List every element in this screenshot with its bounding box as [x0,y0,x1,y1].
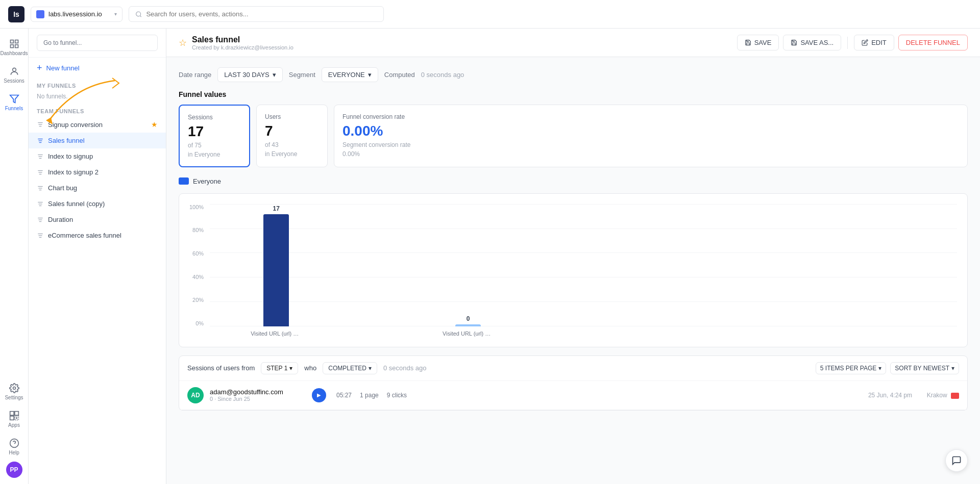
sessions-of-label: Sessions of users from [187,364,255,372]
user-avatar[interactable]: PP [6,462,22,478]
nav-item-funnels[interactable]: Funnels [2,90,27,115]
sessions-of: of 75 [188,142,241,149]
sidebar-item-index-to-signup[interactable]: Index to signup [29,148,166,164]
topbar: Is labs.livesession.io ▾ [0,0,980,29]
funnel-bar-icon5 [37,200,44,208]
segment-select[interactable]: EVERYONE ▾ [322,67,378,82]
save-as-button[interactable]: SAVE AS... [783,35,841,50]
users-in: in Everyone [265,150,319,158]
workspace-selector[interactable]: labs.livesession.io ▾ [31,7,122,22]
no-funnels-text: No funnels. [29,91,166,104]
bar-2 [455,324,481,326]
edit-icon [862,39,868,46]
funnel-bar-icon6 [37,216,44,223]
step-select[interactable]: STEP 1 ▾ [261,362,298,374]
save-as-label: SAVE AS... [800,39,834,46]
search-input[interactable] [146,10,377,18]
location-text: Krakow [927,392,947,399]
session-duration: 05:27 [336,392,352,399]
chevron-down-icon: ▾ [273,71,276,79]
who-label: who [304,364,316,372]
svg-rect-1 [10,40,13,43]
chevron-down-icon3: ▾ [289,365,292,372]
star-icon: ★ [151,120,158,129]
nav-label-settings: Settings [5,395,23,400]
x-label-1: Visited URL (url) has substri... [251,330,302,337]
save-button[interactable]: SAVE [737,35,779,50]
sidebar-item-signup-conversion[interactable]: Signup conversion ★ [29,116,166,133]
sessions-label: Sessions [188,114,241,121]
x-label-spacer [494,330,916,337]
funnel-body: Date range LAST 30 DAYS ▾ Segment EVERYO… [166,57,980,421]
sort-select[interactable]: SORT BY NEWEST ▾ [890,362,959,374]
new-funnel-label: New funnel [46,64,80,72]
sidebar-item-label-active: Sales funnel [48,137,85,144]
chevron-down-icon: ▾ [114,11,117,17]
chart-bars-wrapper: 17 0 [210,204,957,326]
apps-icon [9,411,19,421]
sidebar-item-label: Signup conversion [48,121,103,129]
legend-dot [179,177,189,185]
date-range-select[interactable]: LAST 30 DAYS ▾ [217,67,282,82]
team-funnels-label: TEAM FUNNELS [29,104,166,116]
logo-button[interactable]: Is [8,6,24,22]
plus-icon: + [37,63,42,73]
legend-label: Everyone [193,177,221,185]
edit-button[interactable]: EDIT [854,35,894,50]
svg-point-5 [12,68,16,71]
segment-value: EVERYONE [328,71,365,79]
segment-label: Segment [289,71,315,79]
funnel-bar-icon-active [37,137,44,144]
completed-select[interactable]: COMPLETED ▾ [323,362,377,374]
conversion-label: Funnel conversion rate [342,113,959,120]
funnel-title-group: ☆ Sales funnel Created by k.drazkiewicz@… [179,35,293,50]
per-page-select[interactable]: 5 ITEMS PER PAGE ▾ [816,362,886,374]
sidebar-item-label: Duration [48,216,73,223]
sidebar-item-duration[interactable]: Duration [29,212,166,227]
filter-row: Date range LAST 30 DAYS ▾ Segment EVERYO… [179,67,968,82]
svg-point-11 [16,418,17,419]
segment-conversion-label: Segment conversion rate [342,141,959,148]
sidebar-item-sales-funnel[interactable]: Sales funnel [29,133,166,148]
svg-rect-4 [15,45,18,48]
conversion-card: Funnel conversion rate 0.00% Segment con… [334,105,968,167]
chat-bubble-button[interactable] [945,449,968,472]
bar-1 [263,214,289,326]
funnel-title-info: Sales funnel Created by k.drazkiewicz@li… [192,35,293,50]
chart-x-labels: Visited URL (url) has substri... Visited… [210,326,957,337]
edit-label: EDIT [871,39,887,46]
bar-group-2: 0 [443,315,494,326]
sidebar-item-sales-funnel-copy[interactable]: Sales funnel (copy) [29,196,166,212]
chevron-down-icon6: ▾ [951,365,954,372]
session-location: Krakow [918,392,959,399]
favorite-button[interactable]: ☆ [179,37,187,48]
sidebar-item-chart-bug[interactable]: Chart bug [29,180,166,196]
users-value: 7 [265,123,319,139]
new-funnel-button[interactable]: + New funnel [29,58,166,79]
nav-item-help[interactable]: Help [2,434,27,460]
nav-item-settings[interactable]: Settings [2,379,27,404]
nav-item-dashboards[interactable]: Dashboards [2,35,27,60]
search-bar[interactable] [129,6,384,22]
svg-marker-6 [10,95,18,103]
nav-item-apps[interactable]: Apps [2,406,27,432]
sessions-icon [9,66,19,77]
svg-rect-8 [10,412,14,416]
users-of: of 43 [265,141,319,148]
go-to-funnel-input[interactable]: Go to funnel... [37,35,158,51]
sidebar-item-index-to-signup2[interactable]: Index to signup 2 [29,164,166,180]
delete-funnel-button[interactable]: DELETE FUNNEL [898,35,968,50]
chevron-down-icon5: ▾ [878,365,881,372]
play-button[interactable]: ▶ [312,388,326,402]
sidebar-item-ecommerce[interactable]: eCommerce sales funnel [29,227,166,243]
funnel-title: Sales funnel [192,35,293,44]
users-card: Users 7 of 43 in Everyone [256,105,328,167]
chevron-down-icon4: ▾ [369,365,372,372]
search-icon [135,11,142,18]
svg-point-0 [136,11,141,16]
y-label-100: 100% [189,204,204,210]
y-label-0: 0% [195,320,204,326]
help-icon [9,438,19,448]
chart-y-axis: 100% 80% 60% 40% 20% 0% [189,204,210,326]
nav-item-sessions[interactable]: Sessions [2,62,27,88]
